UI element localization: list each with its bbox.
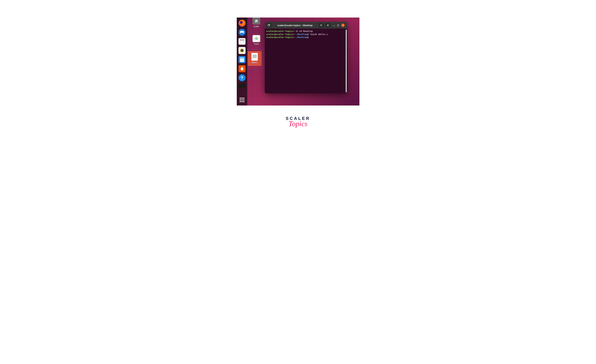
new-tab-icon: [268, 24, 270, 26]
terminal-title: scaler@scaler-topics: ~/Desktop: [273, 24, 317, 27]
maximize-button[interactable]: [337, 24, 339, 26]
running-app-indicator[interactable]: [238, 84, 246, 88]
thunderbird-icon: [238, 29, 246, 36]
help-launcher[interactable]: ?: [238, 74, 246, 82]
terminal-window: scaler@scaler-topics: ~/Desktop: [265, 22, 347, 93]
new-tab-button[interactable]: [266, 23, 271, 28]
svg-rect-7: [337, 24, 339, 26]
speaker-icon: [238, 47, 246, 54]
window-controls: [332, 23, 346, 27]
software-launcher[interactable]: [238, 65, 246, 73]
search-button[interactable]: [319, 23, 324, 28]
svg-point-1: [320, 24, 321, 26]
thunderbird-launcher[interactable]: [238, 28, 246, 36]
terminal-body[interactable]: scaler@scaler-topics:~$ cd Desktop scale…: [265, 29, 347, 93]
dock-sidebar: ?: [237, 17, 247, 105]
terminal-line: scaler@scaler-topics:~$ cd Desktop: [266, 30, 346, 33]
home-folder-icon[interactable]: scaler: [249, 17, 263, 28]
terminal-scrollbar[interactable]: [346, 30, 347, 92]
home-folder-label: scaler: [253, 25, 259, 28]
minimize-button[interactable]: [333, 24, 335, 26]
help-icon: ?: [238, 74, 246, 81]
terminal-line: scaler@scaler-topics:~/Desktop$: [266, 36, 346, 39]
writer-launcher[interactable]: [238, 56, 246, 63]
files-icon: [238, 38, 246, 45]
show-applications-button[interactable]: [238, 96, 246, 104]
search-icon: [320, 24, 322, 26]
file-label: hello.c: [252, 61, 258, 64]
close-icon: [342, 24, 344, 26]
firefox-launcher[interactable]: [238, 19, 246, 27]
svg-rect-0: [268, 25, 269, 26]
text-file-icon: [252, 53, 258, 61]
terminal-titlebar[interactable]: scaler@scaler-topics: ~/Desktop: [265, 22, 347, 29]
menu-button[interactable]: [325, 23, 330, 28]
scaler-topics-logo: SCALER Topics: [286, 116, 310, 128]
close-button[interactable]: [341, 23, 345, 27]
files-launcher[interactable]: [238, 37, 246, 45]
home-icon: [253, 17, 260, 24]
rhythmbox-launcher[interactable]: [238, 47, 246, 54]
hello-c-file-icon[interactable]: hello.c: [248, 51, 262, 66]
document-icon: [238, 56, 246, 63]
hamburger-icon: [327, 24, 329, 26]
firefox-icon: [238, 20, 246, 27]
trash-icon[interactable]: Trash: [249, 35, 263, 45]
terminal-line: scaler@scaler-topics:~/Desktop$ touch he…: [266, 33, 346, 36]
ubuntu-desktop: ? scaler Trash hello.c: [237, 17, 359, 105]
minimize-icon: [333, 24, 335, 26]
logo-text-topics: Topics: [286, 119, 310, 128]
svg-line-2: [321, 26, 322, 26]
maximize-icon: [337, 24, 339, 26]
shopping-bag-icon: [238, 65, 246, 72]
recycle-icon: [253, 35, 260, 42]
trash-label: Trash: [253, 43, 259, 45]
desktop-area[interactable]: scaler Trash hello.c scaler@scaler-topic…: [247, 17, 359, 105]
